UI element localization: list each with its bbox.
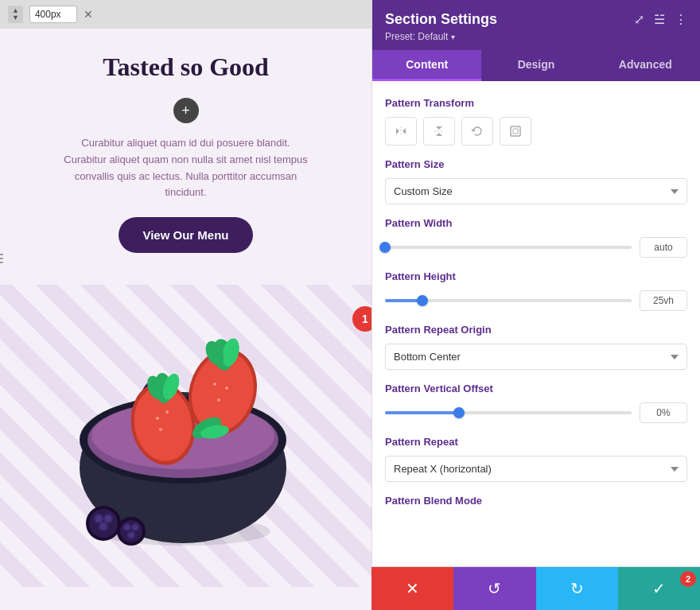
scroll-handle[interactable] [0,239,4,278]
add-section-button[interactable]: + [173,98,199,123]
svg-rect-45 [513,129,518,134]
size-input[interactable] [29,6,77,23]
pattern-width-group: Pattern Width [385,217,687,258]
slider-thumb[interactable] [453,407,465,418]
slider-track [385,246,632,249]
expand-icon[interactable]: ⤢ [634,12,644,27]
slider-track [385,411,632,414]
cancel-button[interactable]: ✕ [371,567,453,610]
pattern-vertical-offset-input[interactable] [640,402,687,423]
pattern-width-slider[interactable] [385,246,632,249]
save-button[interactable]: ✓ 2 [618,567,700,610]
pattern-vertical-offset-label: Pattern Vertical Offset [385,383,687,394]
food-illustration [16,285,350,563]
pattern-repeat-origin-select[interactable]: Bottom Center Top Left Top Center Top Ri… [385,344,687,370]
slider-track [385,299,632,302]
top-bar: ▲ ▼ ✕ [0,0,371,29]
pattern-vertical-offset-slider[interactable] [385,411,632,414]
pattern-height-input[interactable] [640,290,687,311]
preview-panel: ▲ ▼ ✕ Tasted so Good + Curabitur aliquet… [0,0,371,610]
svg-point-41 [129,533,134,538]
tabs-bar: Content Design Advanced [372,50,700,81]
pattern-size-group: Pattern Size Custom Size Cover Contain A… [385,158,687,204]
slider-thumb[interactable] [417,295,428,306]
tab-advanced[interactable]: Advanced [591,50,700,81]
reset-icon [508,124,523,138]
pattern-width-input[interactable] [640,237,687,258]
pattern-width-slider-row [385,237,687,258]
pattern-height-group: Pattern Height [385,270,687,311]
pattern-vertical-offset-slider-row [385,402,687,423]
pattern-repeat-group: Pattern Repeat Repeat X (horizontal) Rep… [385,436,687,482]
slider-fill [385,411,459,414]
svg-point-33 [100,523,107,530]
redo-button[interactable]: ↻ [536,567,618,610]
pattern-repeat-origin-label: Pattern Repeat Origin [385,324,687,336]
pattern-blend-mode-label: Pattern Blend Mode [385,495,687,507]
settings-body: Pattern Transform [372,81,700,610]
columns-icon[interactable]: ☱ [654,12,665,27]
food-image-area [0,285,371,587]
more-icon[interactable]: ⋮ [675,12,687,27]
svg-rect-44 [511,126,520,136]
svg-point-11 [225,387,228,390]
pattern-height-slider-row [385,290,687,311]
pattern-size-label: Pattern Size [385,158,687,170]
save-badge: 2 [680,571,696,587]
settings-title: Section Settings [385,11,497,28]
settings-header: Section Settings ⤢ ☱ ⋮ Preset: Default [372,0,700,50]
preset-dropdown[interactable]: Preset: Default [385,31,687,42]
pattern-height-slider[interactable] [385,299,632,302]
preview-body-text: Curabitur aliquet quam id dui posuere bl… [32,135,340,201]
pattern-repeat-origin-group: Pattern Repeat Origin Bottom Center Top … [385,324,687,370]
undo-button[interactable]: ↺ [453,567,535,610]
tab-design[interactable]: Design [481,50,590,81]
svg-point-12 [217,398,220,402]
svg-point-20 [159,428,162,431]
settings-panel: Section Settings ⤢ ☱ ⋮ Preset: Default C… [371,0,700,610]
settings-footer: ✕ ↺ ↻ ✓ 2 [371,566,700,610]
preview-content: Tasted so Good + Curabitur aliquet quam … [0,29,371,285]
flip-vertical-button[interactable] [423,117,455,146]
flip-horizontal-button[interactable] [385,117,417,146]
size-arrows[interactable]: ▲ ▼ [8,6,23,23]
pattern-repeat-label: Pattern Repeat [385,436,687,448]
pattern-blend-mode-group: Pattern Blend Mode [385,495,687,507]
svg-point-32 [105,515,111,522]
pattern-vertical-offset-group: Pattern Vertical Offset [385,383,687,423]
svg-point-40 [133,525,138,530]
slider-thumb[interactable] [379,242,391,253]
pattern-width-label: Pattern Width [385,217,687,229]
badge-1: 1 [352,306,371,332]
svg-point-39 [125,525,130,530]
header-icons: ⤢ ☱ ⋮ [634,12,687,27]
rotate-left-button[interactable] [461,117,493,146]
pattern-height-label: Pattern Height [385,270,687,282]
flip-h-icon [394,124,408,138]
tab-content[interactable]: Content [372,50,481,81]
close-preview-button[interactable]: ✕ [84,8,93,21]
svg-point-31 [95,515,102,522]
svg-point-18 [156,417,159,420]
preview-title: Tasted so Good [32,52,340,82]
transform-buttons [385,117,687,146]
pattern-size-select[interactable]: Custom Size Cover Contain Auto [385,178,687,204]
pattern-transform-group: Pattern Transform [385,97,687,146]
settings-header-top: Section Settings ⤢ ☱ ⋮ [385,11,687,28]
view-menu-button[interactable]: View Our Menu [119,217,252,253]
pattern-repeat-select[interactable]: Repeat X (horizontal) Repeat Y (vertical… [385,456,687,482]
pattern-transform-label: Pattern Transform [385,97,687,109]
svg-point-19 [165,410,169,414]
flip-v-icon [432,124,446,138]
svg-point-10 [213,383,216,386]
reset-transform-button[interactable] [500,117,531,146]
rotate-left-icon [470,124,484,138]
